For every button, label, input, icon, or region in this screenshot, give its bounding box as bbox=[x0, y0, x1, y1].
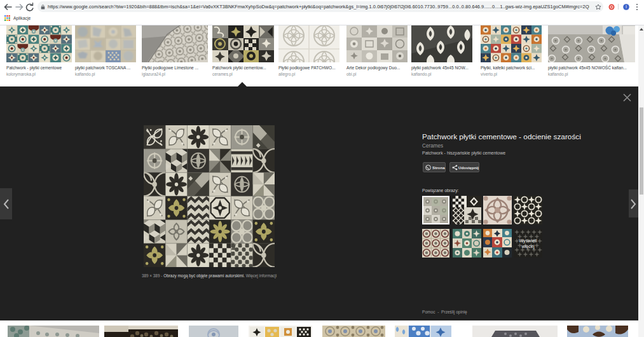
svg-text:I: I bbox=[626, 4, 627, 9]
svg-text:Wyświetl: Wyświetl bbox=[519, 238, 537, 244]
svg-text:więcej: więcej bbox=[521, 244, 535, 249]
